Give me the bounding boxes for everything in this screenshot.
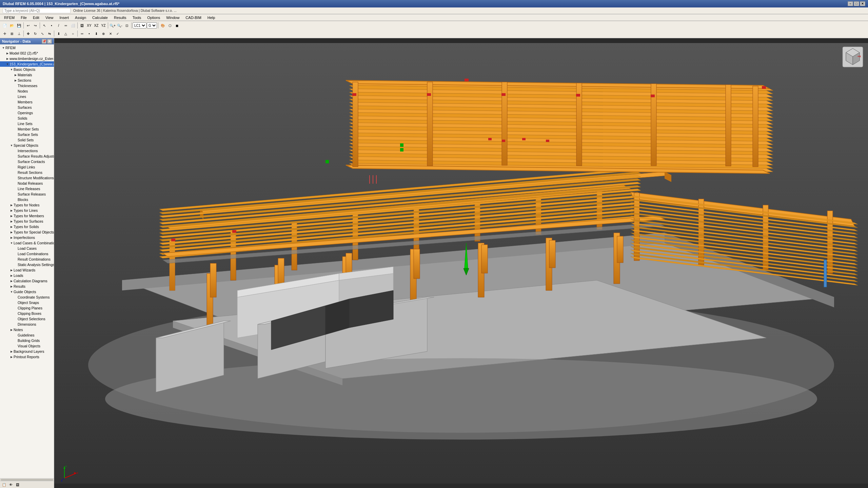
tree-toggle-lines[interactable] (14, 95, 18, 99)
tree-item-rigidlinks[interactable]: Rigid Links (0, 164, 54, 170)
tree-item-special[interactable]: ▼Special Objects (0, 143, 54, 148)
tree-item-timberdesign[interactable]: ▶www.timberdesign.cz_Ester-Tower-in-Iens… (0, 56, 54, 61)
tree-item-printoutreports[interactable]: ▶Printout Reports (0, 354, 54, 360)
search-input[interactable] (3, 8, 71, 13)
tree-toggle-typesforspecial[interactable]: ▶ (9, 230, 14, 234)
tree-item-surfacecontacts[interactable]: Surface Contacts (0, 159, 54, 164)
nav-view-icon[interactable]: 🖼 (15, 482, 20, 488)
tb-grid[interactable]: ⊞ (8, 30, 15, 37)
tree-item-solidsets[interactable]: Solid Sets (0, 137, 54, 143)
tree-toggle-loads[interactable]: ▶ (9, 273, 14, 278)
tree-item-buildinggrids[interactable]: Building Grids (0, 338, 54, 343)
tree-toggle-typesforlines[interactable]: ▶ (9, 208, 14, 212)
tree-toggle-structuremods[interactable] (14, 176, 18, 180)
tree-item-structuremods[interactable]: Structure Modifications (0, 175, 54, 181)
menu-file[interactable]: File (18, 15, 29, 20)
tree-item-model153[interactable]: ▼153_Kindergarten_(C)www.agabau.at.rf5* (0, 61, 54, 67)
tree-item-typesformembers[interactable]: ▶Types for Members (0, 213, 54, 219)
tb-scale[interactable]: ⤡ (39, 30, 46, 37)
tb-view-xy[interactable]: XY (86, 22, 93, 29)
menu-edit[interactable]: Edit (30, 15, 42, 20)
nav-display-icon[interactable]: 👁 (8, 482, 14, 488)
menu-rfem[interactable]: RFEM (1, 15, 17, 20)
viewport[interactable]: X Y Z +X (54, 38, 868, 488)
tb-open[interactable]: 📂 (8, 22, 15, 29)
tb-save[interactable]: 💾 (16, 22, 22, 29)
tree-toggle-loadcases[interactable]: ▼ (9, 241, 14, 245)
tree-toggle-model153[interactable]: ▼ (5, 62, 9, 66)
tree-item-results[interactable]: ▶Results (0, 284, 54, 289)
tree-toggle-rfem[interactable]: ▼ (1, 46, 5, 50)
menu-assign[interactable]: Assign (72, 15, 89, 20)
tree-item-linesets[interactable]: Line Sets (0, 121, 54, 126)
menu-results[interactable]: Results (111, 15, 129, 20)
tb-member[interactable]: ═ (62, 22, 69, 29)
tree-item-solids[interactable]: Solids (0, 116, 54, 121)
tb-mirror[interactable]: ⇋ (46, 30, 53, 37)
nav-pin-button[interactable]: 📌 (42, 39, 46, 44)
menu-tools[interactable]: Tools (130, 15, 144, 20)
tb-select[interactable]: ↖ (41, 22, 48, 29)
tree-item-typesforsolids[interactable]: ▶Types for Solids (0, 224, 54, 229)
tree-toggle-typesforsolids[interactable]: ▶ (9, 225, 14, 229)
tree-toggle-staticsettings[interactable] (14, 263, 18, 267)
tb-show-loads[interactable]: ⬇ (93, 30, 100, 37)
tree-item-typesforlines[interactable]: ▶Types for Lines (0, 208, 54, 213)
tree-item-typesfornodes[interactable]: ▶Types for Nodes (0, 202, 54, 208)
tree-item-blocks[interactable]: Blocks (0, 197, 54, 202)
tree-toggle-calcdiagrams[interactable]: ▶ (9, 279, 14, 283)
tb-surface[interactable]: ⬜ (70, 22, 76, 29)
tree-item-objectselections[interactable]: Object Selections (0, 316, 54, 322)
tree-toggle-linesets[interactable] (14, 122, 18, 126)
tb-render[interactable]: 🎨 (159, 22, 166, 29)
tree-toggle-typesfornodes[interactable]: ▶ (9, 203, 14, 207)
tree-scrollbar-h[interactable] (0, 478, 54, 481)
tree-toggle-blocks[interactable] (14, 198, 18, 202)
tree-toggle-membersets[interactable] (14, 127, 18, 131)
tree-toggle-thicknesses[interactable] (14, 84, 18, 88)
tree-toggle-linereleases[interactable] (14, 187, 18, 191)
tree-item-loadcombinations[interactable]: Load Combinations (0, 251, 54, 257)
tree-item-coordsystems[interactable]: Coordinate Systems (0, 294, 54, 300)
tree-item-surfacesets[interactable]: Surface Sets (0, 132, 54, 137)
tb-zoom-out[interactable]: 🔍- (116, 22, 123, 29)
tree-item-openings[interactable]: Openings (0, 110, 54, 116)
lc-selector[interactable]: LC1 (133, 22, 146, 28)
tree-item-clippingplanes[interactable]: Clipping Planes (0, 305, 54, 311)
tb-ortho[interactable]: ⊥ (16, 30, 22, 37)
tree-toggle-members[interactable] (14, 100, 18, 104)
tree-item-surfaces[interactable]: Surfaces (0, 105, 54, 110)
menu-help[interactable]: Help (205, 15, 218, 20)
tree-item-notes[interactable]: ▶Notes (0, 327, 54, 332)
tree-item-clippingboxes[interactable]: Clipping Boxes (0, 311, 54, 316)
tree-item-imperfections[interactable]: ▶Imperfections (0, 235, 54, 240)
tree-toggle-notes[interactable]: ▶ (9, 328, 14, 332)
tree-toggle-visualobjects[interactable] (14, 344, 18, 348)
tb-zoom-in[interactable]: 🔍+ (109, 22, 116, 29)
tree-toggle-surfacesets[interactable] (14, 133, 18, 137)
tb-view-3d[interactable]: 🖼 (79, 22, 85, 29)
tb-rotate[interactable]: ↻ (32, 30, 39, 37)
tree-item-surfaceresadj[interactable]: Surface Results Adjustments (0, 154, 54, 159)
tree-toggle-dimensions[interactable] (14, 322, 18, 326)
tb-delete[interactable]: ✕ (107, 30, 114, 37)
tree-item-thicknesses[interactable]: Thicknesses (0, 83, 54, 88)
tree-item-model001[interactable]: ▶Model 002 (2).rf5* (0, 50, 54, 56)
tree-toggle-guidelines[interactable] (14, 333, 18, 337)
tb-redo[interactable]: ↪ (32, 22, 39, 29)
tb-show-nodes[interactable]: • (86, 30, 93, 37)
tree-item-guidelines[interactable]: Guidelines (0, 332, 54, 338)
tree-item-objectsnaps[interactable]: Object Snaps (0, 300, 54, 305)
tree-toggle-solidsets[interactable] (14, 138, 18, 142)
tree-toggle-materials[interactable]: ▶ (14, 73, 18, 77)
tree-item-loadcases[interactable]: ▼Load Cases & Combinations (0, 240, 54, 246)
tree-item-typesforspecial[interactable]: ▶Types for Special Objects (0, 229, 54, 235)
tree-toggle-intersections[interactable] (14, 149, 18, 153)
tree-toggle-buildinggrids[interactable] (14, 339, 18, 343)
tree-toggle-guideobjects[interactable]: ▼ (9, 290, 14, 294)
tree-toggle-nodes[interactable] (14, 89, 18, 93)
tree-item-guideobjects[interactable]: ▼Guide Objects (0, 289, 54, 294)
tb-new[interactable]: 📄 (1, 22, 8, 29)
tree-toggle-typesformembers[interactable]: ▶ (9, 214, 14, 218)
tree-toggle-backgroundlayers[interactable]: ▶ (9, 349, 14, 353)
